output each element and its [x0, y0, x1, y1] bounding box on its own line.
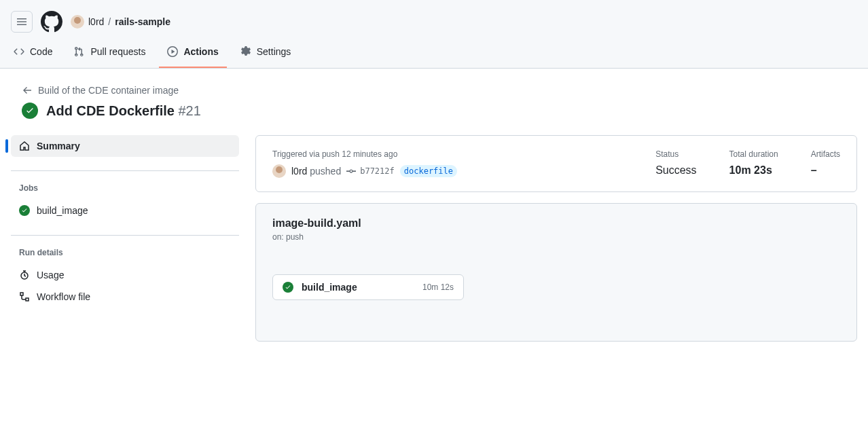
- run-title: Add CDE Dockerfile: [46, 103, 175, 118]
- main-content: Triggered via push 12 minutes ago l0rd p…: [255, 135, 857, 352]
- trigger-label: Triggered via push 12 minutes ago: [272, 149, 623, 159]
- github-logo[interactable]: [41, 11, 62, 33]
- duration-value: 10m 23s: [729, 164, 778, 177]
- job-node[interactable]: build_image 10m 12s: [272, 274, 464, 300]
- breadcrumb-repo-label: rails-sample: [115, 16, 170, 27]
- success-icon: [19, 205, 30, 216]
- artifacts-value: –: [811, 164, 840, 177]
- hamburger-button[interactable]: [11, 11, 33, 33]
- back-link-label: Build of the CDE container image: [38, 85, 179, 96]
- breadcrumb-owner[interactable]: l0rd: [88, 16, 104, 27]
- sidebar-workflow-file-label: Workflow file: [37, 291, 90, 302]
- tab-code[interactable]: Code: [5, 38, 60, 68]
- play-circle-icon: [167, 46, 178, 57]
- tab-code-label: Code: [30, 46, 52, 57]
- branch-link[interactable]: dockerfile: [400, 165, 457, 177]
- sidebar-summary[interactable]: Summary: [11, 135, 239, 157]
- status-value: Success: [655, 164, 696, 177]
- tab-actions-label: Actions: [183, 46, 218, 57]
- stopwatch-icon: [19, 270, 30, 280]
- hamburger-icon: [16, 16, 27, 27]
- workflow-card: image-build.yaml on: push build_image 10…: [255, 203, 857, 342]
- workflow-file-name: image-build.yaml: [272, 217, 840, 230]
- sidebar-job-item[interactable]: build_image: [11, 200, 239, 221]
- job-name: build_image: [302, 282, 414, 293]
- sidebar-usage[interactable]: Usage: [11, 264, 239, 286]
- duration-label: Total duration: [729, 149, 778, 159]
- artifacts-label: Artifacts: [811, 149, 840, 159]
- sidebar-job-label: build_image: [37, 205, 88, 216]
- sidebar: Summary Jobs build_image Run details Usa…: [11, 135, 239, 352]
- commit-hash: b77212f: [360, 166, 395, 176]
- success-icon: [283, 282, 293, 293]
- sidebar-jobs-heading: Jobs: [11, 181, 239, 200]
- workflow-trigger: on: push: [272, 232, 840, 242]
- run-number: #21: [179, 103, 201, 118]
- avatar: [272, 164, 286, 178]
- gear-icon: [240, 46, 251, 57]
- job-duration: 10m 12s: [422, 282, 454, 292]
- tab-settings[interactable]: Settings: [232, 38, 300, 68]
- sidebar-workflow-file[interactable]: Workflow file: [11, 286, 239, 308]
- status-label: Status: [655, 149, 696, 159]
- breadcrumb-separator: /: [108, 16, 111, 27]
- actor-link[interactable]: l0rd pushed: [291, 166, 341, 177]
- breadcrumb: l0rd / rails-sample: [71, 15, 170, 29]
- code-icon: [14, 46, 24, 57]
- sidebar-rundetails-heading: Run details: [11, 245, 239, 264]
- workflow-icon: [19, 291, 30, 302]
- tab-settings-label: Settings: [257, 46, 291, 57]
- home-icon: [19, 141, 30, 151]
- pull-request-icon: [74, 46, 85, 57]
- breadcrumb-repo[interactable]: rails-sample: [115, 16, 170, 27]
- summary-card: Triggered via push 12 minutes ago l0rd p…: [255, 135, 857, 192]
- commit-link[interactable]: b77212f: [346, 166, 395, 176]
- success-icon: [22, 103, 38, 119]
- tab-pulls[interactable]: Pull requests: [66, 38, 153, 68]
- back-link[interactable]: Build of the CDE container image: [22, 85, 857, 96]
- page-title: Add CDE Dockerfile #21: [46, 103, 201, 119]
- tab-actions[interactable]: Actions: [159, 38, 226, 68]
- arrow-left-icon: [22, 85, 33, 96]
- commit-icon: [346, 166, 356, 176]
- github-icon: [41, 11, 62, 33]
- repo-tabs: Code Pull requests Actions Settings: [0, 38, 868, 68]
- avatar: [71, 15, 84, 29]
- sidebar-usage-label: Usage: [37, 270, 64, 280]
- sidebar-summary-label: Summary: [37, 141, 80, 151]
- tab-pulls-label: Pull requests: [90, 46, 145, 57]
